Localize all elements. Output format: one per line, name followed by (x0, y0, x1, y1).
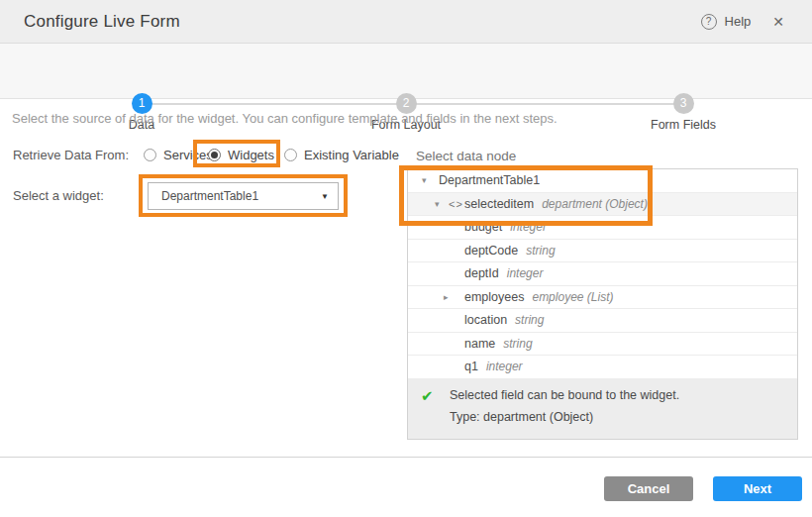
radio-existing-variable[interactable]: Existing Variable (284, 148, 399, 162)
widget-select[interactable]: DepartmentTable1 ▼ (148, 182, 339, 210)
step-number: 2 (396, 93, 417, 114)
tree-node-employees[interactable]: ▸employeesemployee (List) (408, 286, 797, 310)
step-form-fields[interactable]: 3Form Fields (624, 93, 743, 132)
tree-node-label: budget (464, 220, 502, 234)
select-a-widget-label: Select a widget: (13, 188, 104, 203)
tree-node-deptCode[interactable]: deptCodestring (408, 240, 797, 263)
radio-unselected-icon (144, 149, 156, 161)
cancel-button[interactable]: Cancel (604, 476, 693, 501)
tree-node-type: string (503, 337, 532, 351)
tree-node-budget[interactable]: budgetinteger (408, 216, 797, 240)
wizard-stepper: 1Data2Form Layout3Form Fields (0, 44, 812, 99)
tree-node-type: integer (510, 220, 547, 234)
chevron-down-icon: ▼ (321, 192, 329, 201)
caret-down-icon[interactable]: ▾ (422, 175, 427, 185)
title-actions: ? Help ✕ (701, 14, 812, 30)
radio-unselected-icon (284, 149, 297, 161)
tree-node-DepartmentTable1[interactable]: ▾DepartmentTable1 (408, 169, 797, 193)
tree-node-type: integer (486, 360, 523, 373)
help-link[interactable]: Help (725, 14, 752, 29)
tree-node-name[interactable]: namestring (408, 333, 797, 357)
close-icon[interactable]: ✕ (772, 14, 784, 30)
dialog-title: Configure Live Form (24, 12, 180, 32)
tree-node-location[interactable]: locationstring (408, 309, 797, 333)
tree-node-type: string (515, 313, 544, 327)
tree-node-q1[interactable]: q1integer (408, 356, 797, 379)
tree-node-type: department (Object) (542, 197, 648, 211)
step-number: 3 (673, 93, 694, 114)
tree-node-type: string (526, 244, 555, 258)
tree-node-label: deptId (464, 266, 499, 280)
radio-dot (211, 152, 218, 158)
tree-node-label: location (464, 313, 507, 327)
radio-services[interactable]: Services (144, 148, 213, 162)
radio-selected-icon (208, 149, 221, 161)
check-icon: ✔ (421, 387, 434, 405)
data-node-panel: ▾DepartmentTable1▾< >selecteditemdepartm… (407, 168, 798, 440)
step-number: 1 (132, 93, 152, 114)
caret-down-icon[interactable]: ▾ (435, 199, 440, 209)
configure-live-form-dialog: Configure Live Form ? Help ✕ 1Data2Form … (0, 0, 812, 517)
title-bar: Configure Live Form ? Help ✕ (0, 0, 812, 44)
next-button[interactable]: Next (713, 476, 802, 501)
retrieve-data-from-label: Retrieve Data From: (13, 148, 129, 162)
caret-right-icon[interactable]: ▸ (444, 292, 449, 302)
dialog-footer: Cancel Next (0, 457, 812, 517)
tree-node-type: employee (List) (532, 290, 613, 304)
tree-node-label: q1 (464, 360, 478, 373)
instruction-text: Select the source of data for the widget… (12, 111, 558, 126)
tree-node-label: employees (464, 290, 524, 304)
select-data-node-heading: Select data node (416, 149, 516, 163)
widget-select-value: DepartmentTable1 (161, 189, 258, 203)
tree-node-selecteditem[interactable]: ▾< >selecteditemdepartment (Object) (408, 193, 797, 217)
tree-node-deptId[interactable]: deptIdinteger (408, 262, 797, 286)
radio-label: Widgets (228, 148, 274, 162)
tree-node-label: selecteditem (464, 197, 534, 211)
tree-node-label: name (464, 337, 495, 351)
radio-label: Existing Variable (304, 148, 399, 162)
radio-widgets[interactable]: Widgets (208, 148, 274, 162)
binding-status-note: ✔ Selected field can be bound to the wid… (408, 379, 797, 439)
step-label: Form Fields (624, 118, 743, 132)
binding-status-line2: Type: department (Object) (450, 410, 593, 424)
tree-node-label: DepartmentTable1 (439, 173, 540, 187)
tree-node-label: deptCode (464, 244, 518, 258)
radio-label: Services (163, 148, 213, 162)
code-icon: < > (449, 198, 461, 210)
help-icon[interactable]: ? (701, 14, 717, 30)
binding-status-line1: Selected field can be bound to the widge… (450, 388, 679, 402)
tree-node-type: integer (507, 266, 544, 280)
